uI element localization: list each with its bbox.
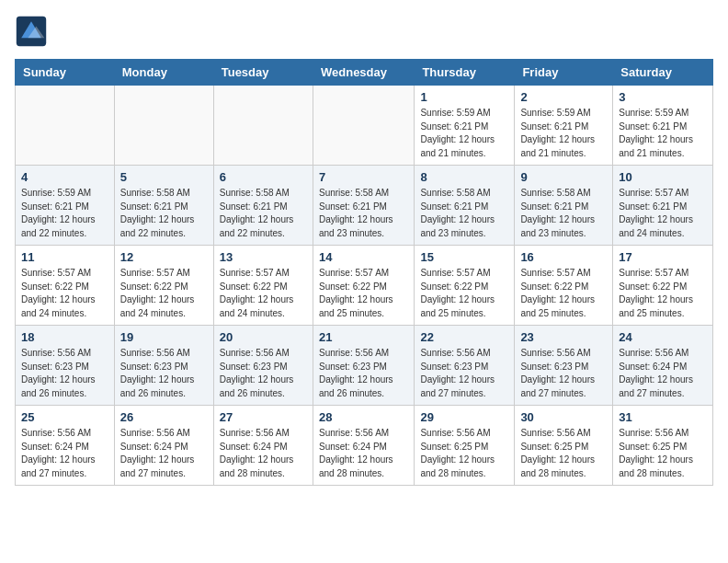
calendar-week-row: 1Sunrise: 5:59 AM Sunset: 6:21 PM Daylig… (16, 86, 713, 166)
calendar-table: SundayMondayTuesdayWednesdayThursdayFrid… (15, 59, 713, 486)
calendar-day-10: 10Sunrise: 5:57 AM Sunset: 6:21 PM Dayli… (613, 166, 713, 246)
calendar-day-1: 1Sunrise: 5:59 AM Sunset: 6:21 PM Daylig… (415, 86, 515, 166)
calendar-day-26: 26Sunrise: 5:56 AM Sunset: 6:24 PM Dayli… (114, 406, 213, 486)
day-number: 1 (420, 90, 508, 104)
calendar-empty-cell (114, 86, 213, 166)
calendar-week-row: 25Sunrise: 5:56 AM Sunset: 6:24 PM Dayli… (16, 406, 713, 486)
day-info: Sunrise: 5:56 AM Sunset: 6:23 PM Dayligh… (520, 347, 607, 400)
day-info: Sunrise: 5:56 AM Sunset: 6:25 PM Dayligh… (420, 427, 508, 480)
day-number: 18 (21, 330, 108, 344)
day-info: Sunrise: 5:56 AM Sunset: 6:23 PM Dayligh… (220, 347, 307, 400)
day-info: Sunrise: 5:58 AM Sunset: 6:21 PM Dayligh… (319, 187, 408, 240)
calendar-empty-cell (313, 86, 414, 166)
calendar-day-2: 2Sunrise: 5:59 AM Sunset: 6:21 PM Daylig… (515, 86, 613, 166)
weekday-header-tuesday: Tuesday (213, 60, 313, 86)
calendar-empty-cell (213, 86, 313, 166)
day-number: 29 (420, 410, 508, 424)
page-header (15, 15, 713, 48)
day-number: 19 (120, 330, 208, 344)
calendar-day-6: 6Sunrise: 5:58 AM Sunset: 6:21 PM Daylig… (213, 166, 313, 246)
weekday-header-friday: Friday (515, 60, 613, 86)
day-number: 24 (619, 330, 707, 344)
day-info: Sunrise: 5:58 AM Sunset: 6:21 PM Dayligh… (420, 187, 508, 240)
calendar-header-row: SundayMondayTuesdayWednesdayThursdayFrid… (16, 60, 713, 86)
day-info: Sunrise: 5:59 AM Sunset: 6:21 PM Dayligh… (520, 107, 607, 160)
logo-icon (15, 15, 48, 48)
day-number: 2 (520, 90, 607, 104)
day-number: 8 (420, 170, 508, 184)
day-info: Sunrise: 5:56 AM Sunset: 6:23 PM Dayligh… (21, 347, 108, 400)
day-info: Sunrise: 5:57 AM Sunset: 6:22 PM Dayligh… (21, 267, 108, 320)
day-number: 22 (420, 330, 508, 344)
weekday-header-sunday: Sunday (16, 60, 115, 86)
day-info: Sunrise: 5:58 AM Sunset: 6:21 PM Dayligh… (120, 187, 208, 240)
day-number: 26 (120, 410, 208, 424)
calendar-day-5: 5Sunrise: 5:58 AM Sunset: 6:21 PM Daylig… (114, 166, 213, 246)
day-info: Sunrise: 5:57 AM Sunset: 6:22 PM Dayligh… (120, 267, 208, 320)
day-number: 25 (21, 410, 108, 424)
day-number: 27 (220, 410, 307, 424)
calendar-day-8: 8Sunrise: 5:58 AM Sunset: 6:21 PM Daylig… (415, 166, 515, 246)
day-number: 3 (619, 90, 707, 104)
day-number: 5 (120, 170, 208, 184)
day-info: Sunrise: 5:56 AM Sunset: 6:24 PM Dayligh… (619, 347, 707, 400)
day-number: 4 (21, 170, 108, 184)
day-info: Sunrise: 5:56 AM Sunset: 6:23 PM Dayligh… (420, 347, 508, 400)
day-number: 16 (520, 250, 607, 264)
calendar-day-30: 30Sunrise: 5:56 AM Sunset: 6:25 PM Dayli… (515, 406, 613, 486)
calendar-day-12: 12Sunrise: 5:57 AM Sunset: 6:22 PM Dayli… (114, 246, 213, 326)
day-info: Sunrise: 5:58 AM Sunset: 6:21 PM Dayligh… (220, 187, 307, 240)
day-info: Sunrise: 5:57 AM Sunset: 6:22 PM Dayligh… (220, 267, 307, 320)
logo (15, 15, 51, 48)
calendar-day-11: 11Sunrise: 5:57 AM Sunset: 6:22 PM Dayli… (16, 246, 115, 326)
weekday-header-saturday: Saturday (613, 60, 713, 86)
weekday-header-thursday: Thursday (415, 60, 515, 86)
day-info: Sunrise: 5:59 AM Sunset: 6:21 PM Dayligh… (21, 187, 108, 240)
calendar-day-25: 25Sunrise: 5:56 AM Sunset: 6:24 PM Dayli… (16, 406, 115, 486)
day-info: Sunrise: 5:57 AM Sunset: 6:21 PM Dayligh… (619, 187, 707, 240)
day-number: 15 (420, 250, 508, 264)
day-info: Sunrise: 5:56 AM Sunset: 6:23 PM Dayligh… (319, 347, 408, 400)
weekday-header-monday: Monday (114, 60, 213, 86)
calendar-day-17: 17Sunrise: 5:57 AM Sunset: 6:22 PM Dayli… (613, 246, 713, 326)
calendar-day-7: 7Sunrise: 5:58 AM Sunset: 6:21 PM Daylig… (313, 166, 414, 246)
calendar-day-13: 13Sunrise: 5:57 AM Sunset: 6:22 PM Dayli… (213, 246, 313, 326)
calendar-week-row: 4Sunrise: 5:59 AM Sunset: 6:21 PM Daylig… (16, 166, 713, 246)
calendar-day-24: 24Sunrise: 5:56 AM Sunset: 6:24 PM Dayli… (613, 326, 713, 406)
day-info: Sunrise: 5:57 AM Sunset: 6:22 PM Dayligh… (619, 267, 707, 320)
calendar-week-row: 18Sunrise: 5:56 AM Sunset: 6:23 PM Dayli… (16, 326, 713, 406)
day-number: 21 (319, 330, 408, 344)
calendar-day-27: 27Sunrise: 5:56 AM Sunset: 6:24 PM Dayli… (213, 406, 313, 486)
calendar-day-4: 4Sunrise: 5:59 AM Sunset: 6:21 PM Daylig… (16, 166, 115, 246)
day-info: Sunrise: 5:56 AM Sunset: 6:24 PM Dayligh… (120, 427, 208, 480)
day-number: 30 (520, 410, 607, 424)
day-info: Sunrise: 5:59 AM Sunset: 6:21 PM Dayligh… (420, 107, 508, 160)
day-number: 14 (319, 250, 408, 264)
day-info: Sunrise: 5:56 AM Sunset: 6:25 PM Dayligh… (619, 427, 707, 480)
calendar-day-22: 22Sunrise: 5:56 AM Sunset: 6:23 PM Dayli… (415, 326, 515, 406)
day-number: 28 (319, 410, 408, 424)
calendar-week-row: 11Sunrise: 5:57 AM Sunset: 6:22 PM Dayli… (16, 246, 713, 326)
calendar-day-18: 18Sunrise: 5:56 AM Sunset: 6:23 PM Dayli… (16, 326, 115, 406)
calendar-day-31: 31Sunrise: 5:56 AM Sunset: 6:25 PM Dayli… (613, 406, 713, 486)
day-number: 10 (619, 170, 707, 184)
calendar-day-3: 3Sunrise: 5:59 AM Sunset: 6:21 PM Daylig… (613, 86, 713, 166)
calendar-day-23: 23Sunrise: 5:56 AM Sunset: 6:23 PM Dayli… (515, 326, 613, 406)
day-info: Sunrise: 5:57 AM Sunset: 6:22 PM Dayligh… (520, 267, 607, 320)
weekday-header-wednesday: Wednesday (313, 60, 414, 86)
day-number: 6 (220, 170, 307, 184)
day-number: 31 (619, 410, 707, 424)
calendar-day-15: 15Sunrise: 5:57 AM Sunset: 6:22 PM Dayli… (415, 246, 515, 326)
day-info: Sunrise: 5:56 AM Sunset: 6:23 PM Dayligh… (120, 347, 208, 400)
calendar-day-14: 14Sunrise: 5:57 AM Sunset: 6:22 PM Dayli… (313, 246, 414, 326)
day-info: Sunrise: 5:56 AM Sunset: 6:24 PM Dayligh… (21, 427, 108, 480)
day-info: Sunrise: 5:59 AM Sunset: 6:21 PM Dayligh… (619, 107, 707, 160)
calendar-empty-cell (16, 86, 115, 166)
day-number: 12 (120, 250, 208, 264)
calendar-day-19: 19Sunrise: 5:56 AM Sunset: 6:23 PM Dayli… (114, 326, 213, 406)
calendar-day-16: 16Sunrise: 5:57 AM Sunset: 6:22 PM Dayli… (515, 246, 613, 326)
day-info: Sunrise: 5:56 AM Sunset: 6:24 PM Dayligh… (220, 427, 307, 480)
day-info: Sunrise: 5:57 AM Sunset: 6:22 PM Dayligh… (319, 267, 408, 320)
day-info: Sunrise: 5:56 AM Sunset: 6:24 PM Dayligh… (319, 427, 408, 480)
calendar-day-20: 20Sunrise: 5:56 AM Sunset: 6:23 PM Dayli… (213, 326, 313, 406)
